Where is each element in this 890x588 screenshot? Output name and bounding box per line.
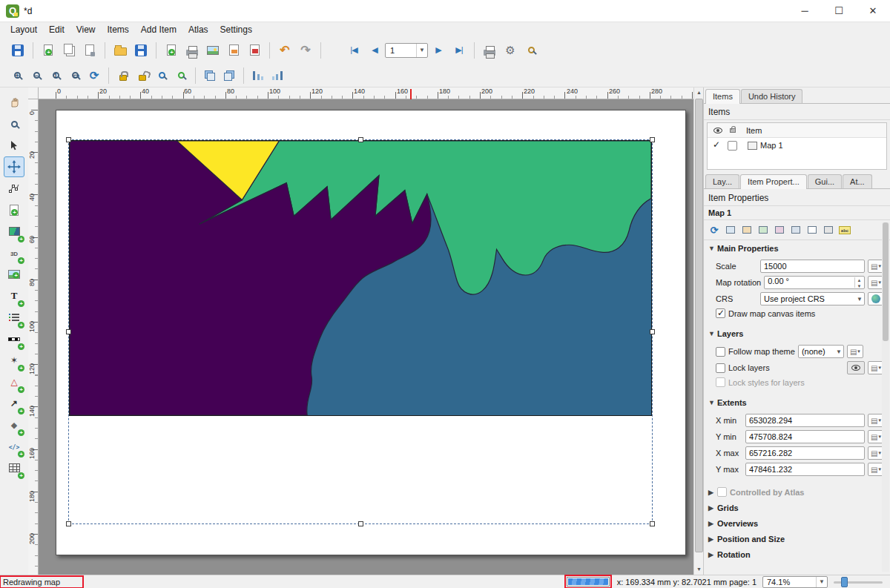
- lock-checkbox[interactable]: [728, 141, 737, 151]
- export-image-button[interactable]: [202, 40, 223, 61]
- section-rotation[interactable]: ▶ Rotation: [704, 546, 890, 562]
- clipping-settings-button[interactable]: [821, 222, 836, 237]
- atlas-settings-button[interactable]: ⚙: [500, 40, 521, 61]
- add-html-tool[interactable]: [4, 436, 24, 457]
- preview-atlas-button[interactable]: [521, 40, 541, 61]
- add-node-item-tool[interactable]: ◆: [4, 414, 24, 435]
- chevron-down-icon[interactable]: ▼: [416, 44, 427, 57]
- scrollbar-thumb[interactable]: [883, 222, 889, 341]
- print-atlas-button[interactable]: [479, 40, 500, 61]
- panel-scrollbar[interactable]: [882, 222, 889, 572]
- tab-atlas[interactable]: At...: [843, 174, 872, 188]
- redo-button[interactable]: ↷: [295, 40, 316, 61]
- atlas-page-combo[interactable]: 1 ▼: [385, 43, 428, 58]
- layout-canvas[interactable]: [39, 99, 693, 575]
- menu-add-item[interactable]: Add Item: [135, 24, 182, 36]
- xmax-input[interactable]: [745, 446, 865, 460]
- minimize-button[interactable]: ─: [788, 0, 822, 22]
- interactive-edit-extent-button[interactable]: [772, 222, 787, 237]
- section-grids[interactable]: ▶ Grids: [704, 500, 890, 515]
- menu-items[interactable]: Items: [102, 24, 135, 36]
- abc-labels-button[interactable]: [837, 222, 852, 237]
- chevron-down-icon[interactable]: ▼: [816, 577, 827, 587]
- menu-settings[interactable]: Settings: [214, 24, 258, 36]
- map-rotation-spinner[interactable]: 0.00 ° ▲▼: [764, 276, 865, 289]
- resize-handle-e[interactable]: [650, 329, 655, 334]
- update-map-preview-button[interactable]: ⟳: [707, 222, 722, 237]
- export-svg-button[interactable]: [223, 40, 244, 61]
- visibility-preset-button[interactable]: [847, 361, 865, 374]
- edit-nodes-item-tool[interactable]: [4, 178, 24, 199]
- lock-layers-checkbox[interactable]: [716, 363, 725, 373]
- move-item-content-tool[interactable]: [4, 156, 24, 177]
- lock-items-button[interactable]: [113, 66, 133, 85]
- close-button[interactable]: ✕: [856, 0, 890, 22]
- add-attribute-table-tool[interactable]: [4, 457, 24, 478]
- new-layout-button[interactable]: [38, 40, 59, 61]
- layout-manager-button[interactable]: [79, 40, 100, 61]
- menu-edit[interactable]: Edit: [43, 24, 70, 36]
- labeling-settings-button[interactable]: [805, 222, 820, 237]
- undo-button[interactable]: ↶: [274, 40, 295, 61]
- map-theme-select[interactable]: (none) ▼: [798, 345, 844, 358]
- group-items-button[interactable]: [220, 66, 239, 85]
- atlas-previous-button[interactable]: ◀: [364, 40, 385, 61]
- zoom-tool[interactable]: [4, 113, 24, 134]
- xmin-input[interactable]: [745, 414, 865, 427]
- save-layout-button[interactable]: [7, 40, 28, 61]
- zoom-out-button[interactable]: −: [27, 66, 46, 85]
- set-scale-button[interactable]: [756, 222, 771, 237]
- ymin-input[interactable]: [745, 430, 865, 443]
- tab-layout-props[interactable]: Lay...: [705, 174, 739, 188]
- visibility-checkbox[interactable]: [712, 141, 722, 151]
- layout-page[interactable]: [56, 110, 686, 555]
- tab-undo-history[interactable]: Undo History: [741, 89, 803, 103]
- atlas-next-button[interactable]: ▶: [428, 40, 449, 61]
- set-extent-to-canvas-button[interactable]: [723, 222, 738, 237]
- align-items-button[interactable]: [248, 66, 268, 85]
- zoom-full-button[interactable]: ▭: [65, 66, 85, 85]
- export-pdf-button[interactable]: [244, 40, 265, 61]
- items-tree-row-map1[interactable]: Map 1: [708, 138, 886, 153]
- atlas-first-button[interactable]: |◀: [343, 40, 364, 61]
- resize-handle-sw[interactable]: [66, 521, 71, 526]
- menu-view[interactable]: View: [70, 24, 102, 36]
- tab-guides[interactable]: Gui...: [808, 174, 842, 188]
- section-position-and-size[interactable]: ▶ Position and Size: [704, 531, 890, 546]
- menu-atlas[interactable]: Atlas: [182, 24, 214, 36]
- section-layers[interactable]: ▼ Layers: [704, 326, 890, 341]
- zoom-slider[interactable]: [834, 576, 883, 588]
- add-arrow-tool[interactable]: ↗: [4, 393, 24, 414]
- unlock-items-button[interactable]: [133, 66, 152, 85]
- add-scale-bar-tool[interactable]: [4, 328, 24, 349]
- pan-layout-tool[interactable]: [4, 92, 24, 113]
- resize-handle-s[interactable]: [358, 521, 363, 526]
- zoom-to-layer-button[interactable]: [171, 66, 191, 85]
- duplicate-layout-button[interactable]: [59, 40, 79, 61]
- zoom-actual-button[interactable]: 1: [46, 66, 65, 85]
- maximize-button[interactable]: ☐: [822, 0, 856, 22]
- scrollbar-thumb[interactable]: [695, 99, 703, 552]
- zoom-level-combo[interactable]: 74.1% ▼: [762, 576, 828, 588]
- resize-handle-nw[interactable]: [66, 137, 71, 142]
- section-controlled-by-atlas[interactable]: ▶ Controlled by Atlas: [704, 483, 890, 500]
- print-button[interactable]: [182, 40, 202, 61]
- zoom-in-button[interactable]: +: [7, 66, 27, 85]
- add-map-tool[interactable]: [4, 221, 24, 242]
- spin-down-icon[interactable]: ▼: [855, 283, 863, 289]
- view-extent-in-canvas-button[interactable]: [739, 222, 754, 237]
- controlled-by-atlas-checkbox[interactable]: [717, 487, 727, 497]
- canvas-vertical-scrollbar[interactable]: ▲ ▼: [693, 87, 703, 575]
- open-folder-button[interactable]: [110, 40, 131, 61]
- zoom-to-selected-button[interactable]: [152, 66, 171, 85]
- section-overviews[interactable]: ▶ Overviews: [704, 515, 890, 531]
- ymax-input[interactable]: [745, 463, 865, 476]
- select-move-item-tool[interactable]: [4, 135, 24, 156]
- add-3d-map-tool[interactable]: [4, 242, 24, 263]
- refresh-view-button[interactable]: ⟳: [85, 66, 104, 85]
- resize-handle-se[interactable]: [650, 521, 655, 526]
- resize-handle-w[interactable]: [66, 329, 71, 334]
- scale-input[interactable]: [760, 260, 865, 273]
- slider-handle[interactable]: [841, 577, 848, 587]
- distribute-items-button[interactable]: [268, 66, 287, 85]
